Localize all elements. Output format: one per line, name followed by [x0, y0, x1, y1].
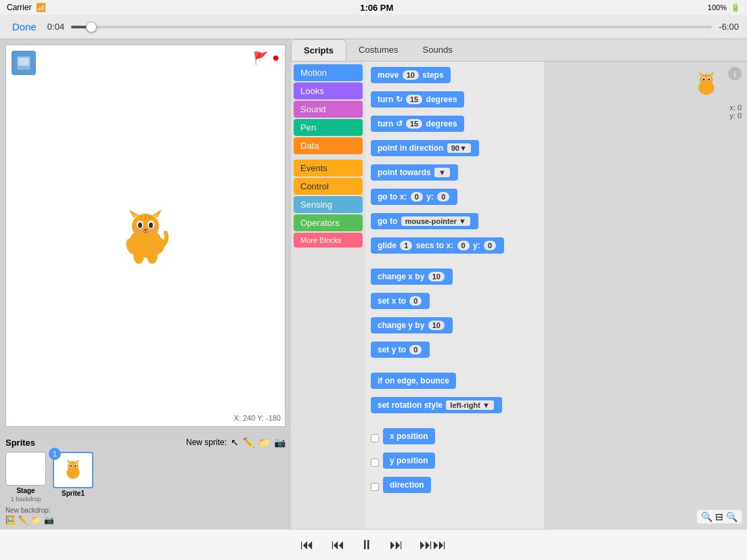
turn-cw-val[interactable]: 15 — [406, 95, 422, 104]
svg-point-25 — [68, 461, 78, 471]
category-motion[interactable]: Motion — [294, 64, 363, 81]
turn-cw-block[interactable]: turn ↻ 15 degrees — [371, 91, 464, 108]
y-position-block[interactable]: y position — [383, 452, 435, 469]
rewind-button[interactable]: ⏮ — [300, 537, 314, 553]
battery-label: 100% — [708, 3, 727, 11]
next-button[interactable]: ⏭ — [390, 537, 403, 553]
zoom-out-icon[interactable]: 🔍 — [701, 511, 712, 522]
set-y-val[interactable]: 0 — [409, 345, 422, 354]
tab-scripts[interactable]: Scripts — [291, 39, 346, 61]
set-x-block[interactable]: set x to 0 — [371, 293, 430, 309]
move-block[interactable]: move 10 steps — [371, 67, 451, 83]
rotation-drop[interactable]: left-right ▼ — [446, 400, 494, 410]
x-position-block[interactable]: x position — [383, 428, 435, 444]
rotation-block[interactable]: set rotation style left-right ▼ — [371, 397, 502, 413]
backdrop-pencil-icon[interactable]: ✏️ — [18, 515, 28, 525]
zoom-fit-icon[interactable]: ⊟ — [715, 511, 723, 522]
sprites-panel: Sprites New sprite: ↖ ✏️ 📁 📷 Stage 1 bac… — [0, 432, 291, 529]
category-sensing[interactable]: Sensing — [294, 196, 363, 213]
direction-checkbox[interactable] — [371, 483, 379, 491]
svg-point-10 — [138, 223, 142, 228]
if-edge-block[interactable]: if on edge, bounce — [371, 373, 456, 389]
stage-thumbnail — [5, 452, 46, 486]
prev-button[interactable]: ⏭ — [330, 537, 344, 553]
glide-y-val[interactable]: 0 — [484, 241, 496, 250]
y-position-checkbox[interactable] — [371, 459, 379, 467]
glide-block[interactable]: glide 1 secs to x: 0 y: 0 — [371, 237, 504, 254]
change-y-block[interactable]: change y by 10 — [371, 317, 453, 333]
category-sound[interactable]: Sound — [294, 101, 363, 118]
x-position-checkbox[interactable] — [371, 434, 379, 442]
point-direction-block[interactable]: point in direction 90▼ — [371, 140, 479, 156]
time-display: 1:06 PM — [360, 3, 393, 13]
folder-tool-icon[interactable]: 📁 — [258, 437, 270, 448]
direction-block[interactable]: direction — [383, 477, 431, 493]
zoom-in-icon[interactable]: 🔍 — [726, 511, 738, 522]
svg-point-30 — [70, 465, 72, 467]
camera-tool-icon[interactable]: 📷 — [274, 437, 286, 448]
stop-button[interactable]: ● — [272, 51, 279, 66]
scripts-area: Scripts Costumes Sounds Motion Looks Sou… — [291, 39, 747, 529]
go-to-drop[interactable]: mouse-pointer ▼ — [401, 216, 470, 226]
set-y-block[interactable]: set y to 0 — [371, 342, 430, 358]
done-button[interactable]: Done — [8, 20, 41, 34]
svg-point-11 — [149, 223, 153, 228]
glide-secs-val[interactable]: 1 — [400, 241, 412, 250]
category-data[interactable]: Data — [294, 137, 363, 154]
categories-panel: Motion Looks Sound Pen Data Events Contr… — [291, 62, 365, 529]
change-x-block[interactable]: change x by 10 — [371, 269, 453, 285]
point-towards-block[interactable]: point towards ▼ — [371, 164, 458, 181]
svg-point-31 — [74, 465, 76, 467]
svg-rect-1 — [18, 57, 29, 66]
category-operators[interactable]: Operators — [294, 214, 363, 231]
forward-button[interactable]: ⏭⏭ — [420, 537, 447, 553]
block-spacer-2 — [371, 366, 539, 373]
go-to-block[interactable]: go to mouse-pointer ▼ — [371, 213, 478, 229]
block-if-edge: if on edge, bounce — [371, 373, 539, 393]
go-to-x-val[interactable]: 0 — [411, 192, 423, 202]
blocks-list: move 10 steps turn ↻ 15 degrees turn ↺ 1… — [365, 62, 544, 529]
go-to-xy-block[interactable]: go to x: 0 y: 0 — [371, 189, 457, 205]
point-direction-drop[interactable]: 90▼ — [447, 143, 471, 153]
info-button[interactable]: i — [728, 67, 742, 80]
category-looks[interactable]: Looks — [294, 83, 363, 99]
glide-x-val[interactable]: 0 — [457, 241, 470, 250]
remaining-time: -6:00 — [719, 22, 739, 32]
pause-button[interactable]: ⏸ — [360, 537, 374, 553]
green-flag-button[interactable]: 🚩 — [253, 51, 268, 66]
tab-sounds[interactable]: Sounds — [411, 39, 465, 61]
set-x-val[interactable]: 0 — [409, 296, 422, 306]
point-towards-drop[interactable]: ▼ — [434, 168, 450, 177]
arrow-tool-icon[interactable]: ↖ — [231, 437, 239, 448]
change-x-val[interactable]: 10 — [428, 272, 445, 281]
category-events[interactable]: Events — [294, 160, 363, 177]
sprites-label: Sprites — [5, 438, 35, 448]
go-to-y-val[interactable]: 0 — [437, 192, 449, 202]
progress-bar[interactable] — [71, 26, 712, 28]
new-sprite-label: New sprite: — [186, 438, 227, 447]
block-set-y: set y to 0 — [371, 342, 539, 362]
backdrop-camera-icon[interactable]: 📷 — [44, 515, 54, 525]
stage-sprite-item[interactable]: Stage 1 backdrop — [5, 452, 46, 503]
sprite1-item[interactable]: 1 Sprite1 — [53, 452, 93, 497]
y-coord: y: 0 — [729, 112, 742, 120]
svg-point-12 — [144, 229, 147, 231]
backdrop-paint-icon[interactable]: 🖼️ — [5, 515, 16, 525]
new-backdrop-section: New backdrop: 🖼️ ✏️ 📁 📷 — [5, 507, 286, 525]
svg-point-38 — [703, 78, 705, 80]
turn-ccw-block[interactable]: turn ↺ 15 degrees — [371, 116, 464, 132]
move-val[interactable]: 10 — [403, 70, 419, 80]
category-more-blocks[interactable]: More Blocks — [294, 233, 363, 248]
stage-area: 🚩 ● X: 240 Y: -180 Sprites New sprite: ↖… — [0, 39, 291, 529]
category-pen[interactable]: Pen — [294, 119, 363, 136]
block-turn-ccw: turn ↺ 15 degrees — [371, 116, 539, 136]
block-change-x: change x by 10 — [371, 269, 539, 289]
progress-thumb[interactable] — [86, 22, 97, 32]
stage-label: Stage — [16, 487, 35, 494]
turn-ccw-val[interactable]: 15 — [406, 119, 422, 129]
pencil-tool-icon[interactable]: ✏️ — [243, 437, 254, 448]
tab-costumes[interactable]: Costumes — [346, 39, 411, 61]
category-control[interactable]: Control — [294, 178, 363, 195]
change-y-val[interactable]: 10 — [428, 321, 445, 330]
backdrop-folder-icon[interactable]: 📁 — [31, 515, 41, 525]
